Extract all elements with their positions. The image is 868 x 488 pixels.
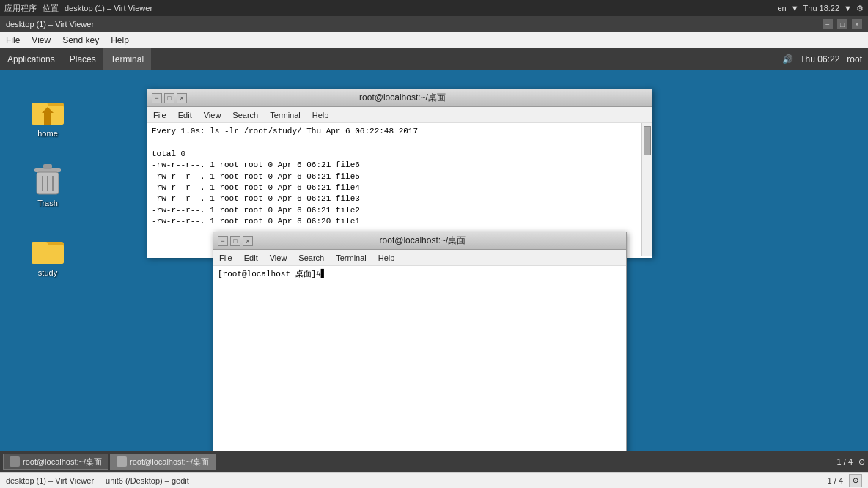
terminal-bg-titlebar: − □ × root@localhost:~/桌面 [147,89,652,107]
trash-folder-icon [30,162,65,197]
vm-area: Applications Places Terminal 🔊 Thu 06:22… [0,48,868,472]
sysbar-right: en ▼ Thu 18:22 ▼ ⚙ [777,4,864,13]
sysbar-window-title: desktop (1) – Virt Viewer [65,4,152,12]
taskbar-page-indicator: 1 / 4 [837,457,853,466]
term-bg-menu-search[interactable]: Search [232,111,258,119]
panel-clock: 🔊 Thu 06:22 [775,54,847,64]
sysbar-settings-icon[interactable]: ⚙ [856,4,864,13]
study-svg [32,234,64,264]
sysbar-clock-arrow: ▼ [844,4,852,12]
term-bg-menu-edit[interactable]: Edit [178,111,192,119]
term-fg-minimize[interactable]: − [218,236,228,246]
panel-terminal[interactable]: Terminal [103,48,151,70]
term-bg-menu-view[interactable]: View [204,111,221,119]
gnome-panel: Applications Places Terminal 🔊 Thu 06:22… [0,48,868,70]
term-bg-menu-file[interactable]: File [153,111,166,119]
terminal-bg-menubar: File Edit View Search Terminal Help [147,107,652,123]
gnome-taskbar: root@localhost:~/桌面 root@localhost:~/桌面 … [0,451,868,472]
panel-applications[interactable]: Applications [0,48,62,70]
virt-close-button[interactable]: × [852,19,862,29]
virt-bottom-item-1[interactable]: unit6 (/Desktop) – gedit [106,476,189,485]
trash-icon-label: Trash [37,199,58,207]
sysbar-places[interactable]: 位置 [43,3,59,14]
taskbar-terminal1-icon [10,456,20,467]
term-fg-menu-edit[interactable]: Edit [244,254,258,262]
term-line-9: -rw-r--r--. 1 root root 0 Apr 6 06:20 fi… [152,216,647,227]
panel-clock-text: Thu 06:22 [800,54,839,64]
terminal-fg-window[interactable]: − □ × root@localhost:~/桌面 File Edit View… [213,232,627,472]
virt-maximize-button[interactable]: □ [837,19,847,29]
desktop-icon-trash[interactable]: Trash [22,162,73,207]
virt-titlebar: desktop (1) – Virt Viewer − □ × [0,16,868,32]
svg-rect-2 [32,103,48,108]
term-line-7: -rw-r--r--. 1 root root 0 Apr 6 06:21 fi… [152,193,647,204]
taskbar-right: 1 / 4 ⊙ [837,457,865,467]
term-line-5: -rw-r--r--. 1 root root 0 Apr 6 06:21 fi… [152,171,647,182]
term-line-6: -rw-r--r--. 1 root root 0 Apr 6 06:21 fi… [152,182,647,193]
svg-rect-6 [43,164,52,169]
term-bg-close[interactable]: × [177,93,187,103]
term-bg-menu-help[interactable]: Help [312,111,329,119]
terminal-fg-prompt: [root@localhost 桌面]# [218,269,321,280]
term-fg-win-controls: − □ × [218,236,253,246]
term-fg-menu-view[interactable]: View [270,254,287,262]
panel-volume-icon[interactable]: 🔊 [782,54,793,64]
panel-user: root [847,54,862,64]
virt-bottom-right: 1 / 4 ⊙ [828,474,862,487]
home-folder-icon [30,92,65,127]
term-line-8: -rw-r--r--. 1 root root 0 Apr 6 06:21 fi… [152,205,647,216]
sysbar-left: 应用程序 位置 desktop (1) – Virt Viewer [4,3,152,14]
virt-bottom-bar: desktop (1) – Virt Viewer unit6 (/Deskto… [0,472,868,488]
taskbar-item-1[interactable]: root@localhost:~/桌面 [110,454,216,470]
term-bg-maximize[interactable]: □ [164,93,174,103]
virt-menu-sendkey[interactable]: Send key [62,35,99,45]
virt-bottom-page: 1 / 4 [828,476,843,485]
taskbar-terminal1-label: root@localhost:~/桌面 [23,456,102,467]
term-bg-menu-terminal[interactable]: Terminal [270,111,301,119]
virt-title: desktop (1) – Virt Viewer [6,20,94,29]
svg-rect-13 [32,242,48,248]
panel-places[interactable]: Places [62,48,103,70]
taskbar-items: root@localhost:~/桌面 root@localhost:~/桌面 [3,454,216,470]
term-line-1: Every 1.0s: ls -lr /root/study/ Thu Apr … [152,126,647,137]
terminal-bg-title: root@localhost:~/桌面 [359,92,446,104]
taskbar-item-0[interactable]: root@localhost:~/桌面 [3,454,108,470]
terminal-fg-content[interactable]: [root@localhost 桌面]# ▋ [213,266,626,472]
term-fg-close[interactable]: × [243,236,253,246]
term-fg-menu-help[interactable]: Help [378,254,395,262]
desktop-icon-study[interactable]: study [22,232,73,277]
sysbar-lang[interactable]: en [777,4,786,12]
taskbar-terminal2-icon [117,456,127,467]
study-folder-icon [30,232,65,267]
trash-svg [32,162,64,197]
virt-menu-help[interactable]: Help [111,35,129,45]
virt-menu-file[interactable]: File [6,35,20,45]
virt-window-controls: − □ × [823,19,862,29]
taskbar-terminal2-label: root@localhost:~/桌面 [130,456,209,467]
terminal-fg-title: root@localhost:~/桌面 [380,234,466,247]
virt-bottom-nav-btn[interactable]: ⊙ [849,474,862,487]
virt-menu-view[interactable]: View [32,35,51,45]
virt-menubar: File View Send key Help [0,32,868,48]
terminal-fg-cursor: ▋ [321,269,326,280]
sysbar-clock: Thu 18:22 [803,4,840,12]
system-bar: 应用程序 位置 desktop (1) – Virt Viewer en ▼ T… [0,0,868,16]
home-icon-label: home [37,129,58,138]
term-fg-maximize[interactable]: □ [230,236,240,246]
virt-bottom-item-0[interactable]: desktop (1) – Virt Viewer [6,476,94,485]
term-fg-menu-search[interactable]: Search [298,254,324,262]
term-fg-menu-terminal[interactable]: Terminal [336,254,367,262]
term-line-2 [152,137,647,148]
terminal-bg-scrollbar[interactable] [641,123,652,256]
sysbar-app-menu[interactable]: 应用程序 [4,3,37,14]
home-svg [32,95,64,125]
terminal-fg-prompt-line: [root@localhost 桌面]# ▋ [218,269,622,280]
term-bg-minimize[interactable]: − [152,93,162,103]
desktop-icon-home[interactable]: home [22,92,73,138]
sysbar-lang-arrow: ▼ [791,4,799,12]
scroll-thumb-bg[interactable] [644,126,651,155]
taskbar-page-icon[interactable]: ⊙ [858,457,865,467]
study-icon-label: study [38,268,57,277]
term-fg-menu-file[interactable]: File [219,254,232,262]
virt-minimize-button[interactable]: − [823,19,833,29]
